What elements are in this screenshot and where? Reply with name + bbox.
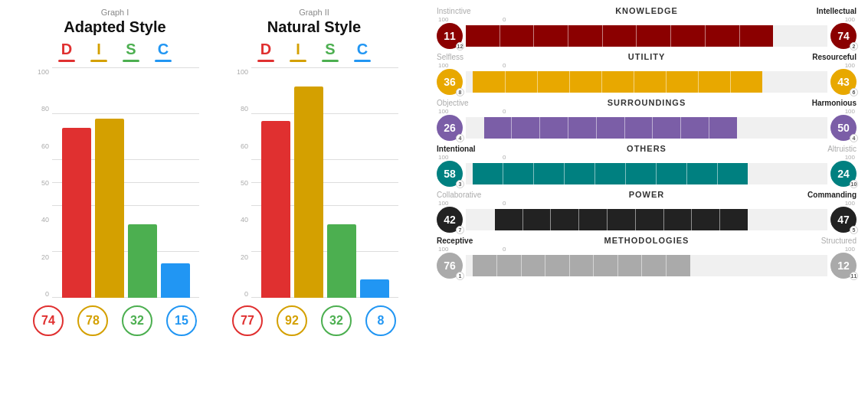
disc-letter-d-2: D <box>257 41 274 62</box>
chart-area-1: 10080605040200 <box>31 68 199 298</box>
metric-left-label-2: Selfless <box>437 53 498 61</box>
metric-header-4: IntentionalOTHERSAltruistic <box>437 144 857 153</box>
score-circles-2: 7792328 <box>232 305 396 336</box>
metric-right-circle-6: 1211 <box>830 253 857 279</box>
metric-center-label-4: OTHERS <box>498 144 795 153</box>
metric-header-2: SelflessUTILITYResourceful <box>437 52 857 61</box>
metric-bar-row-2: 368436 <box>437 69 857 95</box>
metric-fill-1 <box>466 25 773 47</box>
disc-letter-d-1: D <box>58 41 75 62</box>
score-circle-2-1: 77 <box>232 305 263 336</box>
metric-right-label-1: Intellectual <box>795 7 857 15</box>
score-circles-1: 74783215 <box>33 305 197 336</box>
disc-letter-i-2: I <box>290 41 306 62</box>
disc-letter-i-1: I <box>90 41 107 62</box>
metric-track-3 <box>466 117 827 139</box>
metric-track-6 <box>466 255 827 276</box>
metric-right-label-4: Altruistic <box>795 145 857 153</box>
disc-underline-c-2 <box>354 60 371 62</box>
score-circle-1-4: 15 <box>166 305 197 336</box>
graph-1-disc-letters: DISC <box>58 41 172 62</box>
metric-scale-row-4: 1000100 <box>437 154 857 161</box>
metric-left-circle-1: 1112 <box>437 23 463 49</box>
metric-center-label-6: METHODOLOGIES <box>498 236 795 245</box>
disc-letter-s-2: S <box>322 41 339 62</box>
left-section: Graph IAdapted StyleDISC1008060504020074… <box>0 0 429 344</box>
metric-track-4 <box>466 163 827 184</box>
metric-scale-row-1: 1000100 <box>437 16 857 23</box>
bars-wrapper-2 <box>251 68 398 298</box>
disc-underline-i-1 <box>90 60 107 62</box>
disc-underline-s-1 <box>123 60 139 62</box>
bar-1-4 <box>161 263 190 298</box>
disc-letter-c-2: C <box>354 41 371 62</box>
graph-1: Graph IAdapted StyleDISC1008060504020074… <box>15 8 215 336</box>
metric-row-4: IntentionalOTHERSAltruistic1000100583241… <box>437 144 857 187</box>
disc-underline-i-2 <box>290 60 306 62</box>
bar-2-2 <box>294 87 323 298</box>
score-circle-1-3: 32 <box>122 305 152 336</box>
metric-right-label-3: Harmonious <box>795 99 857 107</box>
graph-2-disc-letters: DISC <box>257 41 371 62</box>
bars-2 <box>251 68 398 298</box>
bar-1-1 <box>62 128 91 298</box>
disc-underline-d-1 <box>58 60 75 62</box>
metric-bar-row-5: 427475 <box>437 207 857 233</box>
bars-1 <box>52 68 199 298</box>
metric-fill-2 <box>473 71 762 93</box>
disc-letter-s-1: S <box>123 41 139 62</box>
metric-track-5 <box>466 209 827 230</box>
metric-center-label-3: SURROUNDINGS <box>498 98 795 107</box>
graph-1-label: Graph I <box>101 8 129 17</box>
metric-row-3: ObjectiveSURROUNDINGSHarmonious100010026… <box>437 98 857 141</box>
disc-underline-c-1 <box>155 60 172 62</box>
metric-scale-row-3: 1000100 <box>437 108 857 115</box>
metric-scale-row-6: 1000100 <box>437 246 857 253</box>
metric-scale-row-5: 1000100 <box>437 200 857 207</box>
bar-1-3 <box>128 224 157 298</box>
metric-center-label-5: POWER <box>498 190 795 199</box>
bar-2-1 <box>261 121 290 298</box>
y-axis-1: 10080605040200 <box>31 68 52 298</box>
metric-row-5: CollaborativePOWERCommanding100010042747… <box>437 190 857 233</box>
disc-underline-d-2 <box>257 60 274 62</box>
metric-fill-3 <box>484 117 737 139</box>
metric-track-2 <box>466 71 827 93</box>
metric-header-5: CollaborativePOWERCommanding <box>437 190 857 199</box>
bar-2-3 <box>327 224 356 298</box>
metric-left-circle-4: 583 <box>437 161 463 187</box>
metric-right-circle-5: 475 <box>830 207 857 233</box>
metric-header-3: ObjectiveSURROUNDINGSHarmonious <box>437 98 857 107</box>
metric-right-label-2: Resourceful <box>795 53 857 61</box>
metric-right-label-6: Structured <box>795 237 857 245</box>
metric-fill-6 <box>473 255 689 276</box>
metric-right-circle-3: 504 <box>830 115 857 141</box>
bar-1-2 <box>95 119 124 298</box>
metric-right-circle-4: 2410 <box>830 161 857 187</box>
score-circle-1-1: 74 <box>33 305 64 336</box>
metric-scale-row-2: 1000100 <box>437 62 857 69</box>
chart-area-2: 10080605040200 <box>230 68 398 298</box>
metric-header-6: ReceptiveMETHODOLOGIESStructured <box>437 236 857 245</box>
metric-left-circle-3: 264 <box>437 115 463 141</box>
metric-center-label-1: KNOWLEDGE <box>498 6 795 15</box>
metric-track-1 <box>466 25 827 47</box>
metric-left-label-4: Intentional <box>437 145 498 153</box>
graph-1-title: Adapted Style <box>64 18 165 36</box>
metric-center-label-2: UTILITY <box>498 52 795 61</box>
metric-bar-row-4: 5832410 <box>437 161 857 187</box>
metric-row-6: ReceptiveMETHODOLOGIESStructured10001007… <box>437 236 857 279</box>
metric-row-2: SelflessUTILITYResourceful1000100368436 <box>437 52 857 95</box>
y-axis-2: 10080605040200 <box>230 68 251 298</box>
bar-2-4 <box>360 279 389 298</box>
score-circle-2-3: 32 <box>321 305 352 336</box>
graph-2-title: Natural Style <box>267 18 361 36</box>
bars-wrapper-1 <box>52 68 199 298</box>
metric-fill-5 <box>495 209 748 230</box>
metric-right-circle-1: 742 <box>830 23 857 49</box>
metric-header-1: InstinctiveKNOWLEDGEIntellectual <box>437 6 857 15</box>
metric-right-circle-2: 436 <box>830 69 857 95</box>
graph-2: Graph IINatural StyleDISC100806050402007… <box>215 8 414 336</box>
metric-bar-row-1: 1112742 <box>437 23 857 49</box>
metric-bar-row-3: 264504 <box>437 115 857 141</box>
